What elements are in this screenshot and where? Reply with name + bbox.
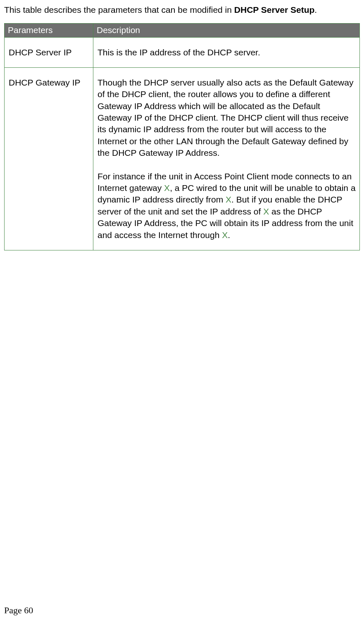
x-letter: X [263,207,269,216]
desc-paragraph-1: Though the DHCP server usually also acts… [98,77,356,159]
header-description: Description [93,24,360,37]
parameters-table: Parameters Description DHCP Server IP Th… [4,23,360,250]
header-parameters: Parameters [5,24,93,37]
cell-param: DHCP Gateway IP [5,68,93,250]
x-letter: X [222,230,228,240]
intro-text: This table describes the parameters that… [4,4,360,16]
intro-strong: DHCP Server Setup [234,5,315,14]
text-segment: . [228,230,230,240]
page-number: Page 60 [4,604,33,617]
cell-desc: This is the IP address of the DHCP serve… [93,37,360,67]
table-header-row: Parameters Description [5,24,360,37]
intro-suffix: . [314,5,317,14]
cell-desc: Though the DHCP server usually also acts… [93,68,360,250]
x-letter: X [226,195,231,204]
table-row: DHCP Gateway IP Though the DHCP server u… [5,68,360,250]
cell-param: DHCP Server IP [5,37,93,67]
x-letter: X [164,183,170,193]
intro-prefix: This table describes the parameters that… [4,5,234,14]
table-row: DHCP Server IP This is the IP address of… [5,37,360,67]
desc-paragraph-2: For instance if the unit in Access Point… [98,171,356,241]
